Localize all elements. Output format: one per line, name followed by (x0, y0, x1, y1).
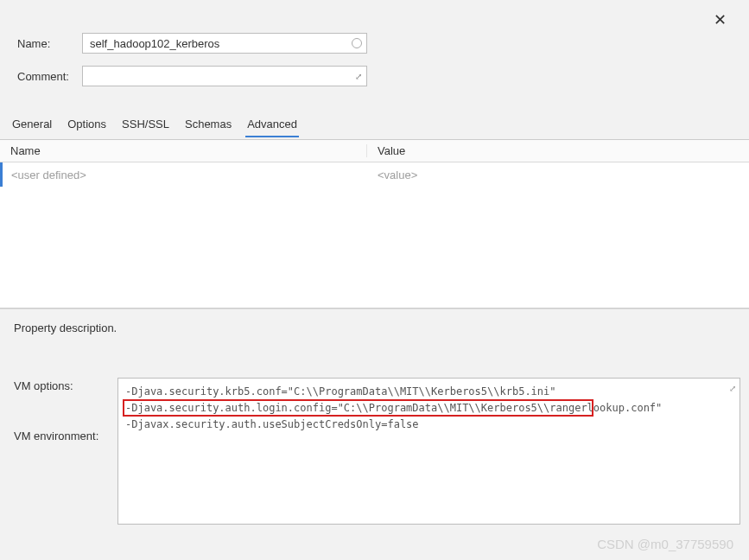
vm-section: VM options: ⤢ -Djava.security.krb5.conf=… (0, 378, 749, 442)
vm-options-label: VM options: (14, 378, 117, 392)
name-input-wrapper (82, 33, 367, 54)
comment-row: Comment: ⤢ (17, 66, 732, 86)
status-circle-icon (352, 38, 362, 48)
expand-icon[interactable]: ⤢ (355, 72, 362, 81)
vm-line-3: -Djavax.security.auth.useSubjectCredsOnl… (125, 417, 733, 433)
vm-options-row: VM options: ⤢ -Djava.security.krb5.conf=… (14, 378, 740, 525)
watermark: CSDN @m0_37759590 (597, 537, 733, 551)
form-area: Name: Comment: ⤢ (0, 0, 749, 107)
table-blank-area[interactable] (0, 187, 749, 308)
comment-input-wrapper: ⤢ (82, 66, 367, 86)
close-button[interactable]: ✕ (707, 7, 733, 33)
vm-environment-label: VM environment: (14, 395, 117, 442)
header-name[interactable]: Name (0, 144, 367, 157)
table-header: Name Value (0, 140, 749, 162)
property-description-label: Property description. (14, 321, 735, 334)
vm-line-2: -Djava.security.auth.login.config="C:\\P… (125, 400, 733, 417)
cell-name-placeholder[interactable]: <user defined> (3, 169, 367, 181)
header-value[interactable]: Value (367, 144, 749, 157)
table-row[interactable]: <user defined> <value> (0, 162, 749, 187)
tab-schemas[interactable]: Schemas (183, 112, 233, 137)
tab-advanced[interactable]: Advanced (245, 112, 299, 137)
tab-general[interactable]: General (10, 112, 54, 137)
property-description-area: Property description. (0, 309, 749, 378)
vm-line-1: -Djava.security.krb5.conf="C:\\ProgramDa… (125, 384, 733, 400)
tabs-bar: General Options SSH/SSL Schemas Advanced (0, 112, 749, 137)
comment-label: Comment: (17, 70, 82, 83)
name-label: Name: (17, 37, 82, 50)
name-row: Name: (17, 33, 732, 54)
cell-value-placeholder[interactable]: <value> (367, 169, 749, 181)
vm-options-textarea[interactable]: ⤢ -Djava.security.krb5.conf="C:\\Program… (117, 378, 740, 525)
comment-input[interactable] (82, 66, 367, 86)
tab-options[interactable]: Options (66, 112, 108, 137)
resize-icon[interactable]: ⤢ (729, 382, 736, 396)
properties-table: Name Value <user defined> <value> (0, 139, 749, 309)
name-input[interactable] (82, 33, 367, 54)
tab-sshssl[interactable]: SSH/SSL (120, 112, 171, 137)
